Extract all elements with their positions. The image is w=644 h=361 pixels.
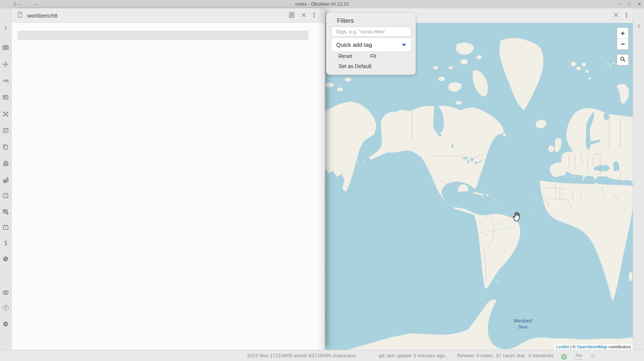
obsidian-window: { "titlebar": { "back": "1←", "forward":… — [0, 0, 644, 361]
set-as-default-button[interactable]: Set as Default — [338, 63, 371, 69]
note-pane: workbench8 — [12, 8, 325, 350]
quick-add-tag-dropdown[interactable]: Quick add tag — [331, 38, 411, 52]
help-icon[interactable]: ? — [2, 305, 9, 311]
pane-menu-icon[interactable] — [625, 12, 628, 20]
stacked-cards-icon[interactable] — [2, 160, 9, 167]
tags-filter-input[interactable] — [331, 27, 411, 37]
map-search-button[interactable] — [616, 54, 629, 66]
note-editor[interactable] — [12, 23, 325, 350]
left-ribbon: <% 1 ? — [0, 8, 12, 361]
table-settings-icon[interactable] — [2, 208, 9, 215]
git-status[interactable]: git: last update 3 minutes ago.. — [379, 350, 448, 361]
map-globe-icon[interactable] — [2, 256, 9, 262]
review-status[interactable]: Review: 0 notes, 37 cards due — [457, 350, 525, 361]
move-node-icon[interactable] — [2, 61, 9, 68]
reading-mode-icon[interactable] — [288, 12, 295, 20]
settings-gear-icon[interactable] — [2, 321, 9, 327]
camera-icon[interactable] — [2, 289, 9, 296]
reset-button[interactable]: Reset — [338, 53, 352, 59]
indicator-square-icon[interactable] — [592, 354, 595, 357]
map-attribution: Leaflet | © OpenStreetMap contributors — [554, 344, 633, 350]
maximize-button[interactable]: □ — [628, 0, 631, 8]
dice-icon[interactable] — [2, 192, 9, 199]
blocks-icon[interactable] — [2, 177, 9, 183]
zoom-in-button[interactable]: + — [617, 28, 628, 39]
pane-menu-icon[interactable] — [312, 12, 316, 20]
right-sidebar-strip — [633, 8, 644, 350]
svg-text:1: 1 — [5, 226, 6, 229]
sea-label: Weddell Sea — [510, 318, 535, 330]
table-icon[interactable] — [2, 44, 9, 51]
status-bar: 1015 files 17210806 words 85710099 chara… — [0, 350, 644, 361]
slides-icon[interactable] — [2, 94, 9, 101]
map-zoom-control: + − — [616, 27, 629, 50]
daily-note-icon[interactable]: 1 — [2, 224, 9, 231]
backlinks-count[interactable]: 0 backlinks — [528, 350, 553, 361]
calendar-check-icon[interactable] — [2, 127, 9, 134]
graph-icon[interactable] — [2, 111, 9, 117]
titlebar: 1← → notes - Obsidian v0.12.10 − □ × — [0, 0, 644, 8]
nav-forward-button[interactable]: → — [32, 0, 37, 8]
osm-link[interactable]: OpenStreetMap — [577, 345, 607, 349]
map-filters-panel: Filters Quick add tag Reset Fit Set as D… — [326, 12, 416, 75]
templater-icon[interactable]: <% — [2, 77, 9, 84]
search-icon — [620, 56, 626, 64]
note-title: workbench8 — [27, 12, 58, 19]
minimize-button[interactable]: − — [618, 0, 621, 8]
close-window-button[interactable]: × — [638, 0, 641, 8]
empty-note-block — [18, 31, 309, 40]
format-toggle[interactable]: Aa — [575, 352, 582, 360]
fit-button[interactable]: Fit — [370, 53, 376, 59]
chevron-down-icon — [402, 44, 406, 46]
close-pane-icon[interactable] — [301, 12, 307, 19]
zoom-out-button[interactable]: − — [617, 39, 628, 49]
collapse-right-sidebar-icon[interactable] — [636, 23, 642, 31]
note-pane-header: workbench8 — [12, 8, 325, 23]
close-pane-icon[interactable] — [613, 12, 619, 19]
file-stats: 1015 files 17210806 words 85710099 chara… — [247, 350, 356, 361]
filters-title: Filters — [337, 17, 354, 24]
expand-sidebar-icon[interactable] — [2, 25, 9, 31]
copy-files-icon[interactable] — [2, 144, 9, 150]
hook-icon[interactable] — [2, 240, 9, 247]
sync-check-icon[interactable] — [561, 353, 567, 361]
nav-back-button[interactable]: 1← — [13, 0, 22, 8]
leaflet-link[interactable]: Leaflet — [556, 345, 569, 349]
file-icon — [16, 11, 23, 19]
window-title: notes - Obsidian v0.12.10 — [0, 0, 644, 8]
